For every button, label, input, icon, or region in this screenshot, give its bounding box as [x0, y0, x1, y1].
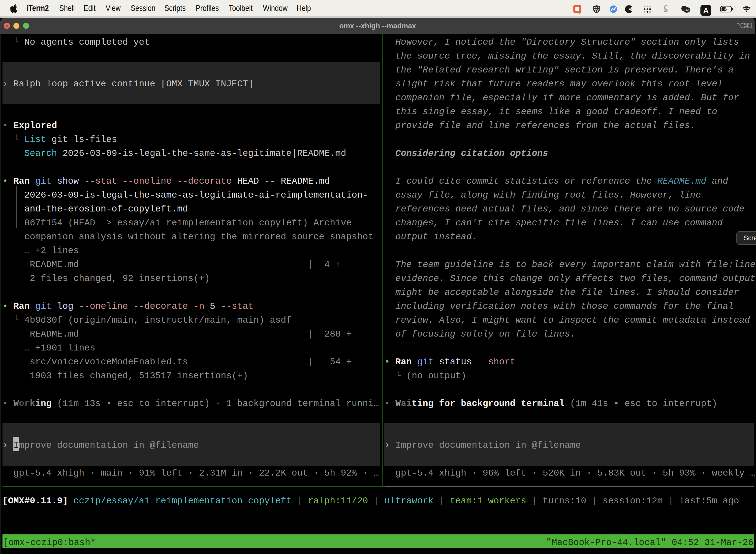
- svg-text:..61: ..61: [684, 8, 690, 12]
- svg-text:1: 1: [750, 22, 753, 29]
